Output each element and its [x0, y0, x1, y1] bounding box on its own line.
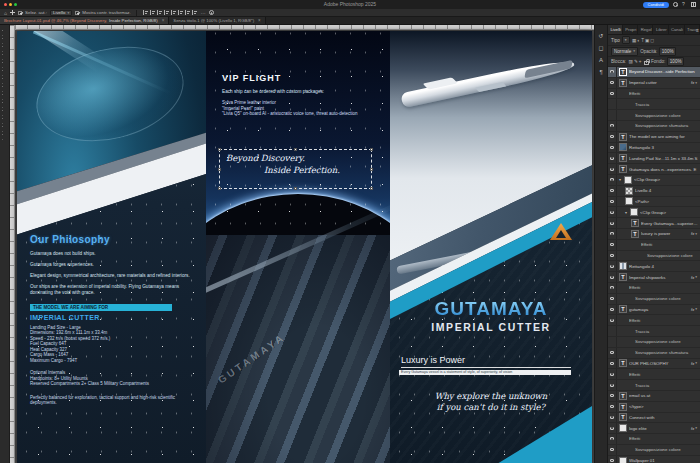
- layer-row[interactable]: ▾<Clip Group>: [608, 175, 700, 186]
- layer-effect-row[interactable]: Sovrapposizione colore: [608, 110, 700, 121]
- layer-thumbnail[interactable]: [619, 424, 627, 432]
- layer-name[interactable]: Landing Pad Siz...11.1m x 33.4m S: [629, 156, 698, 161]
- layer-thumbnail[interactable]: T: [619, 165, 627, 173]
- distribute-vertical-icon[interactable]: [192, 10, 197, 15]
- layer-effect-row[interactable]: Sovrapposizione colore: [608, 294, 700, 305]
- fx-expander-icon[interactable]: ▾: [695, 232, 697, 236]
- layer-row[interactable]: logo elitefx▾: [608, 423, 700, 434]
- more-options-icon[interactable]: ⋯: [201, 10, 206, 16]
- align-middle-icon[interactable]: [171, 10, 176, 15]
- type-layers-filter-icon[interactable]: T: [641, 38, 644, 43]
- layer-thumbnail[interactable]: T: [619, 305, 627, 313]
- eraser-tool-icon[interactable]: [2, 102, 8, 108]
- visibility-toggle[interactable]: [608, 207, 617, 217]
- transform-handle[interactable]: [218, 168, 221, 171]
- layer-thumbnail[interactable]: [630, 208, 638, 216]
- layer-effect-row[interactable]: Effetti: [608, 283, 700, 294]
- align-bottom-icon[interactable]: [178, 10, 183, 15]
- eyedropper-tool-icon[interactable]: [2, 70, 8, 76]
- visibility-toggle[interactable]: [608, 294, 617, 304]
- tool-settings-gear-icon[interactable]: [209, 10, 214, 15]
- visibility-toggle[interactable]: [608, 413, 617, 423]
- visibility-toggle[interactable]: [608, 143, 617, 153]
- show-transform-checkbox[interactable]: [75, 11, 79, 15]
- lock-transparent-pixels-icon[interactable]: ▨: [629, 59, 633, 64]
- layer-name[interactable]: email us at: [629, 393, 698, 398]
- layer-thumbnail[interactable]: T: [619, 359, 627, 367]
- visibility-toggle[interactable]: [608, 121, 617, 131]
- panel-tab-canali[interactable]: Canali: [669, 25, 685, 34]
- layer-thumbnail[interactable]: T: [619, 79, 627, 87]
- visibility-toggle[interactable]: [608, 110, 617, 120]
- panel-tab-regol[interactable]: Regol: [638, 25, 653, 34]
- transform-handle[interactable]: [218, 148, 221, 151]
- layer-effect-row[interactable]: Effetti: [608, 89, 700, 100]
- layer-name[interactable]: Beyond Discover...side Perfection: [629, 69, 698, 74]
- visibility-toggle[interactable]: [608, 99, 617, 109]
- layer-thumbnail[interactable]: T: [619, 403, 627, 411]
- visibility-toggle[interactable]: [608, 218, 617, 228]
- layer-thumbnail[interactable]: [619, 143, 627, 151]
- history-panel-icon[interactable]: ↺: [597, 32, 606, 41]
- layer-row[interactable]: Wallpaper 01: [608, 456, 700, 463]
- expander-icon[interactable]: ▾: [625, 210, 627, 215]
- paragraph-panel-icon[interactable]: ¶: [597, 68, 606, 77]
- blend-mode-dropdown[interactable]: Normale▾: [611, 47, 638, 56]
- layer-row[interactable]: TBeyond Discover...side Perfection: [608, 67, 700, 78]
- fx-badge-icon[interactable]: fx: [691, 275, 694, 280]
- layer-row[interactable]: TThe model we are aiming for: [608, 132, 700, 143]
- layer-name[interactable]: Effetti: [629, 372, 698, 377]
- fx-expander-icon[interactable]: ▾: [695, 361, 697, 365]
- layer-name[interactable]: Sovrapposizione colore: [647, 253, 698, 258]
- layer-name[interactable]: Traccia: [635, 383, 698, 388]
- zoom-tool-icon[interactable]: [2, 134, 8, 140]
- pixel-layers-filter-icon[interactable]: ▦: [632, 38, 636, 43]
- fx-badge-icon[interactable]: fx: [691, 307, 694, 312]
- layer-row[interactable]: ▾<Clip Group>: [608, 207, 700, 218]
- transform-handle[interactable]: [370, 187, 373, 190]
- brochure-document[interactable]: Our Philosophy Gutamaya does not build s…: [17, 31, 592, 463]
- visibility-toggle[interactable]: [608, 456, 617, 463]
- gradient-tool-icon[interactable]: [2, 110, 8, 116]
- layer-row[interactable]: TEvery Gutamaya...superiority of: [608, 218, 700, 229]
- layer-row[interactable]: Rettangolo 3: [608, 143, 700, 154]
- layer-name[interactable]: Traccia: [635, 329, 698, 334]
- quick-select-tool-icon[interactable]: [2, 54, 8, 60]
- visibility-toggle[interactable]: [608, 369, 617, 379]
- fx-expander-icon[interactable]: ▾: [695, 307, 697, 311]
- visibility-toggle[interactable]: [608, 67, 617, 77]
- layer-name[interactable]: Imperial shipworks: [629, 275, 690, 280]
- layer-name[interactable]: Sovrapposizione colore: [635, 447, 698, 452]
- layer-thumbnail[interactable]: T: [631, 219, 639, 227]
- marquee-tool-icon[interactable]: [2, 38, 8, 44]
- layer-name[interactable]: Sovrapposizione colore: [635, 339, 698, 344]
- layer-name[interactable]: Livello 4: [635, 188, 698, 193]
- workspace-switcher-icon[interactable]: [691, 2, 696, 7]
- transform-handle[interactable]: [294, 187, 297, 190]
- document-tab-brochure[interactable]: Brochure Layout-01.psd @ 46,7% (Beyond D…: [0, 17, 169, 24]
- align-center-icon[interactable]: [150, 10, 155, 15]
- document-tab-untitled[interactable]: Senza titolo-1 @ 100% (Livello 1, RGB/8*…: [169, 17, 265, 24]
- layer-thumbnail[interactable]: [624, 176, 632, 184]
- layer-row[interactable]: TConnect with: [608, 413, 700, 424]
- layer-effect-row[interactable]: Sovrapposizione sfumatura: [608, 121, 700, 132]
- layer-effect-row[interactable]: Sovrapposizione colore: [608, 445, 700, 456]
- layer-name[interactable]: <Path>: [635, 199, 698, 204]
- visibility-toggle[interactable]: [608, 305, 617, 315]
- clone-stamp-tool-icon[interactable]: [2, 94, 8, 100]
- crop-tool-icon[interactable]: [2, 62, 8, 68]
- brochure-middle-panel[interactable]: VIP FLIGHT Each ship can be ordered with…: [206, 31, 390, 463]
- move-tool-icon[interactable]: [2, 30, 8, 36]
- layer-name[interactable]: Traccia: [635, 102, 698, 107]
- close-tab-icon[interactable]: ×: [162, 18, 165, 23]
- expander-icon[interactable]: ▾: [619, 177, 621, 182]
- layer-thumbnail[interactable]: T: [619, 154, 627, 162]
- layer-row[interactable]: TLanding Pad Siz...11.1m x 33.4m S: [608, 153, 700, 164]
- distribute-horizontal-icon[interactable]: [185, 10, 190, 15]
- layer-name[interactable]: OUR PHILOSOPHY: [629, 361, 690, 366]
- visibility-toggle[interactable]: [608, 359, 617, 369]
- smart-object-filter-icon[interactable]: ◻: [650, 38, 654, 43]
- search-icon[interactable]: [673, 2, 678, 7]
- lasso-tool-icon[interactable]: [2, 46, 8, 52]
- visibility-toggle[interactable]: [608, 251, 617, 261]
